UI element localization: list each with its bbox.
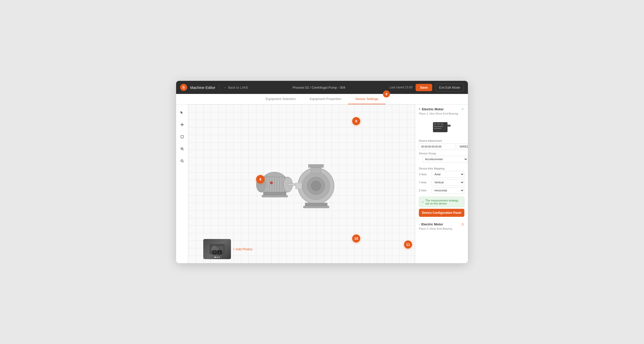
motor-2-title: Electric Motor — [421, 222, 443, 226]
svg-rect-21 — [263, 192, 286, 195]
motor-2-subtitle: Place 2: Drive End Bearing — [415, 227, 468, 232]
y-axis-label: Y Axis — [419, 181, 430, 184]
exit-edit-mode-button[interactable]: Exit Edit Mode — [435, 84, 464, 91]
motor-1-header[interactable]: ▾ Electric Motor ✓ — [415, 105, 468, 112]
add-photos-button[interactable]: + Add Photos — [233, 247, 253, 251]
z-axis-select[interactable]: Horizontal — [432, 187, 464, 194]
motor-2-status-icon: ⚠ — [461, 222, 464, 226]
app-window: S Machine Editor ← Back to LAKE Process … — [176, 81, 468, 263]
sensor-group-select[interactable]: Accelerometer — [422, 156, 468, 162]
sensor-group-row: Accelerometer — [415, 156, 468, 167]
svg-rect-44 — [448, 125, 451, 127]
svg-rect-32 — [303, 206, 329, 208]
svg-point-24 — [270, 182, 273, 184]
left-toolbar — [176, 105, 188, 263]
header-actions: Last saved 15:00 Save Exit Edit Mode — [389, 84, 464, 91]
x-axis-label: X Axis — [419, 173, 430, 176]
tab-bar: Equipment Selection Equipment Properties… — [176, 94, 468, 105]
machine-illustration — [242, 148, 342, 220]
svg-rect-36 — [218, 247, 223, 250]
wired-select[interactable]: WIRED — [457, 143, 468, 150]
x-axis-row: X Axis Axial — [415, 171, 468, 179]
motor-1-title: Electric Motor — [422, 107, 444, 111]
move-tool[interactable] — [178, 121, 186, 129]
success-banner: ✓ The measurement strategy set on this d… — [419, 197, 464, 207]
select-tool[interactable] — [178, 109, 186, 117]
svg-point-28 — [311, 181, 321, 191]
breadcrumb: Process 02 / Centrifugal Pump - 004 — [293, 86, 345, 89]
tab-equipment-properties[interactable]: Equipment Properties — [303, 94, 348, 104]
x-axis-select[interactable]: Axial — [432, 171, 464, 178]
y-axis-select[interactable]: Vertical — [432, 179, 464, 186]
check-icon: ✓ — [422, 200, 424, 204]
main-content: 8 9 10 11 — [176, 105, 468, 263]
svg-rect-40 — [437, 123, 440, 125]
svg-rect-42 — [434, 126, 443, 127]
photo-thumbnail[interactable]: ‹ › — [203, 239, 231, 259]
svg-rect-0 — [181, 135, 183, 138]
svg-line-2 — [183, 150, 184, 151]
svg-line-6 — [183, 162, 184, 163]
panel-badge-11: 11 — [404, 240, 412, 249]
device-attachment-label: Device Attachment — [415, 139, 468, 142]
sensor-point-8[interactable]: 8 — [256, 175, 265, 184]
sensor-group-label: Sensor Group — [415, 152, 468, 155]
device-box — [432, 120, 452, 136]
tab-sensor-badge: 8 — [383, 90, 390, 97]
z-axis-row: Z Axis Horizontal — [415, 187, 468, 195]
photo-nav: ‹ › — [212, 250, 222, 255]
device-image-container — [415, 117, 468, 139]
photo-prev-button[interactable]: ‹ — [212, 250, 217, 255]
tab-sensor-settings[interactable]: Sensor Settings 8 — [348, 94, 385, 104]
svg-rect-22 — [262, 195, 288, 197]
photo-dots — [215, 257, 220, 258]
success-message: The measurement strategy set on this dev… — [425, 199, 462, 205]
zoom-out-tool[interactable] — [178, 157, 186, 165]
axis-mapping-label: Device Axis Mapping — [415, 167, 468, 170]
motor-1-status-icon: ✓ — [461, 107, 464, 111]
svg-rect-41 — [441, 123, 443, 125]
save-button[interactable]: Save — [416, 84, 432, 91]
crop-tool[interactable] — [178, 133, 186, 141]
expand-icon-2: › — [419, 223, 420, 226]
device-attachment-row: WIRED — [415, 143, 468, 152]
svg-rect-33 — [296, 183, 302, 189]
motor-2-header[interactable]: › Electric Motor ⚠ — [415, 220, 468, 227]
photo-strip: ‹ › + Add Photos — [203, 239, 253, 259]
right-panel: ▾ Electric Motor ✓ Place 1: Non-Drive En… — [415, 105, 468, 263]
header: S Machine Editor ← Back to LAKE Process … — [176, 81, 468, 94]
motor-1-subtitle: Place 1: Non-Drive End Bearing — [415, 112, 468, 117]
svg-rect-39 — [434, 123, 436, 125]
app-title: Machine Editor — [190, 85, 215, 90]
header-divider — [219, 85, 220, 90]
section-divider — [415, 218, 468, 219]
z-axis-label: Z Axis — [419, 189, 430, 192]
expand-icon-1: ▾ — [419, 108, 420, 111]
photo-image — [203, 239, 231, 259]
svg-rect-43 — [434, 128, 441, 129]
y-axis-row: Y Axis Vertical — [415, 179, 468, 187]
zoom-in-tool[interactable] — [178, 145, 186, 153]
device-attachment-input[interactable] — [419, 143, 455, 150]
svg-rect-30 — [308, 164, 324, 167]
panel-badge-10: 10 — [352, 234, 360, 243]
canvas-area[interactable]: 8 9 10 11 — [188, 105, 415, 263]
tab-equipment-selection[interactable]: Equipment Selection — [259, 94, 303, 104]
last-saved-label: Last saved 15:00 — [389, 86, 412, 89]
panel-badge-9: 9 — [352, 117, 360, 125]
photo-next-button[interactable]: › — [217, 250, 222, 255]
back-to-lake-link[interactable]: ← Back to LAKE — [224, 86, 248, 89]
device-config-panel-button[interactable]: Device Configuration Panel — [419, 209, 464, 217]
app-logo: S — [180, 84, 187, 91]
svg-rect-23 — [288, 184, 296, 186]
